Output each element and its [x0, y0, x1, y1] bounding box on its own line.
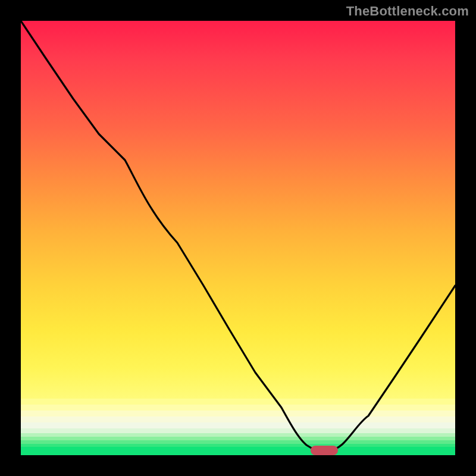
watermark-text: TheBottleneck.com [346, 4, 469, 19]
plot-area [21, 21, 455, 455]
bottleneck-curve [21, 21, 455, 451]
curve-layer [21, 21, 455, 455]
optimal-point-marker [311, 446, 338, 455]
chart-frame: TheBottleneck.com [0, 0, 476, 476]
